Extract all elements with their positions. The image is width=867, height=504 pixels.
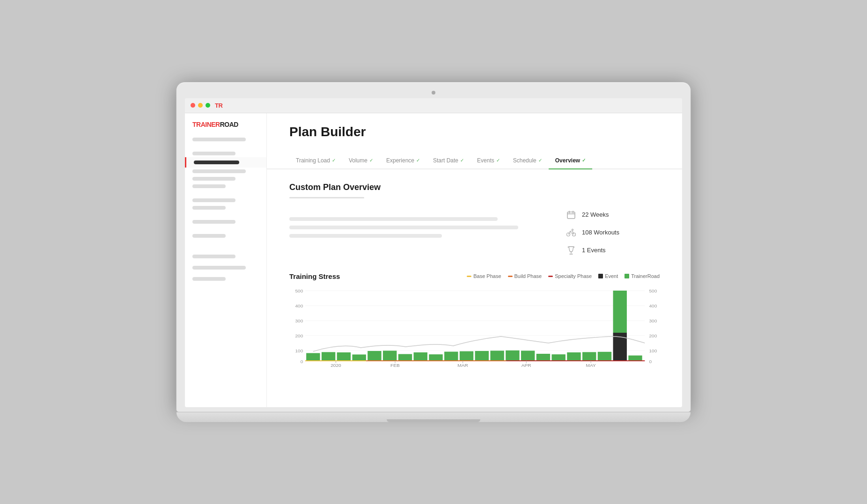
tab-overview[interactable]: Overview ✓ — [549, 153, 592, 168]
tr-logo: TR — [215, 102, 222, 109]
sidebar-placeholder-3 — [192, 169, 246, 173]
sidebar-placeholder-9 — [192, 234, 226, 238]
logo-road: ROAD — [220, 121, 238, 128]
svg-text:300: 300 — [295, 318, 303, 323]
bar-10 — [444, 351, 458, 361]
bar-22 — [628, 355, 642, 360]
app-layout: TRAINERROAD — [185, 113, 682, 407]
bar-3 — [337, 352, 351, 361]
sidebar-placeholder-7 — [192, 206, 226, 210]
page-title: Plan Builder — [289, 124, 660, 139]
workouts-label: 108 Workouts — [582, 229, 619, 236]
tab-schedule-label: Schedule — [513, 157, 536, 164]
legend-trainerroad: TrainerRoad — [625, 273, 660, 279]
svg-text:2020: 2020 — [331, 363, 341, 367]
trend-line — [313, 336, 645, 351]
overview-text — [289, 210, 544, 256]
maximize-button[interactable] — [206, 103, 210, 108]
legend-build-phase-label: Build Phase — [514, 273, 542, 279]
tab-volume-check: ✓ — [369, 158, 373, 163]
tab-schedule[interactable]: Schedule ✓ — [507, 153, 549, 168]
tab-events[interactable]: Events ✓ — [470, 153, 507, 168]
overview-stats: 22 Weeks — [566, 210, 660, 256]
bar-15 — [521, 351, 535, 361]
tab-volume-label: Volume — [349, 157, 367, 164]
tab-start-date-check: ✓ — [460, 158, 464, 163]
camera-row — [185, 91, 682, 95]
legend-build-phase: Build Phase — [508, 273, 542, 279]
bar-5 — [367, 351, 381, 361]
svg-rect-0 — [567, 212, 575, 219]
tab-experience-check: ✓ — [416, 158, 420, 163]
svg-text:400: 400 — [649, 303, 657, 308]
screen-bezel: TR TRAINERROAD — [176, 82, 691, 412]
logo-tr: TRAINER — [192, 121, 220, 128]
calendar-icon — [566, 210, 576, 220]
svg-text:100: 100 — [295, 348, 303, 353]
tab-events-label: Events — [477, 157, 494, 164]
sidebar-placeholder-11 — [192, 266, 246, 270]
laptop-shell: TR TRAINERROAD — [176, 82, 691, 423]
tab-overview-check: ✓ — [582, 158, 586, 163]
legend-event: Event — [598, 273, 618, 279]
tab-schedule-check: ✓ — [538, 158, 542, 163]
bar-17 — [551, 354, 565, 361]
sidebar-active-bar — [194, 161, 239, 164]
stat-workouts: 108 Workouts — [566, 227, 660, 238]
legend-event-square — [598, 274, 603, 278]
sidebar-logo: TRAINERROAD — [185, 121, 266, 136]
sidebar-placeholder-10 — [192, 255, 235, 258]
sidebar-item-active[interactable] — [185, 157, 266, 168]
minimize-button[interactable] — [198, 103, 203, 108]
bar-14 — [506, 350, 519, 360]
bar-13 — [490, 351, 504, 361]
tab-training-load[interactable]: Training Load ✓ — [289, 153, 342, 168]
legend-base-phase-dot — [467, 276, 471, 277]
chart-title: Training Stress — [289, 272, 340, 280]
svg-text:0: 0 — [301, 359, 303, 364]
tab-start-date[interactable]: Start Date ✓ — [426, 153, 470, 168]
svg-point-3 — [572, 229, 573, 230]
bar-4 — [352, 354, 366, 361]
window-chrome: TR — [185, 98, 682, 113]
plan-header: Plan Builder — [267, 113, 682, 153]
stat-events: 1 Events — [566, 245, 660, 256]
chart-svg: 500 400 300 200 100 0 500 400 300 — [289, 286, 660, 370]
tab-volume[interactable]: Volume ✓ — [342, 153, 380, 168]
trophy-icon — [566, 245, 576, 256]
sidebar-placeholder-12 — [192, 277, 226, 281]
svg-text:MAY: MAY — [586, 363, 596, 367]
text-line-1 — [289, 217, 498, 221]
app-logo-chrome: TR — [215, 102, 222, 109]
weeks-label: 22 Weeks — [582, 211, 609, 218]
tab-experience[interactable]: Experience ✓ — [380, 153, 426, 168]
legend-specialty-phase-dot — [548, 276, 553, 277]
tab-training-load-check: ✓ — [332, 158, 336, 163]
tabs-row: Training Load ✓ Volume ✓ Experience ✓ — [267, 153, 682, 169]
svg-text:200: 200 — [295, 333, 303, 338]
svg-text:FEB: FEB — [390, 363, 400, 367]
tab-start-date-label: Start Date — [433, 157, 458, 164]
events-label: 1 Events — [582, 247, 606, 254]
tab-events-check: ✓ — [496, 158, 500, 163]
text-line-2 — [289, 226, 518, 229]
tab-overview-label: Overview — [555, 157, 580, 164]
laptop-base — [176, 412, 691, 423]
close-button[interactable] — [191, 103, 195, 108]
bar-9 — [429, 354, 442, 361]
overview-content: 22 Weeks — [289, 210, 660, 256]
svg-text:500: 500 — [295, 288, 303, 293]
svg-text:MAR: MAR — [457, 363, 468, 367]
svg-text:500: 500 — [649, 288, 657, 293]
content-area: Custom Plan Overview — [267, 169, 682, 383]
legend-build-phase-dot — [508, 276, 513, 277]
bar-18 — [567, 352, 580, 361]
sidebar-placeholder-1 — [192, 138, 246, 141]
bar-12 — [475, 351, 489, 361]
svg-text:0: 0 — [649, 359, 652, 364]
bar-8 — [414, 352, 427, 361]
main-content: Plan Builder Training Load ✓ Volume ✓ — [267, 113, 682, 407]
chart-section: Training Stress Base Phase Build Phase — [289, 272, 660, 370]
chart-legend: Base Phase Build Phase Specialty Phase — [467, 273, 660, 279]
legend-specialty-phase-label: Specialty Phase — [555, 273, 592, 279]
